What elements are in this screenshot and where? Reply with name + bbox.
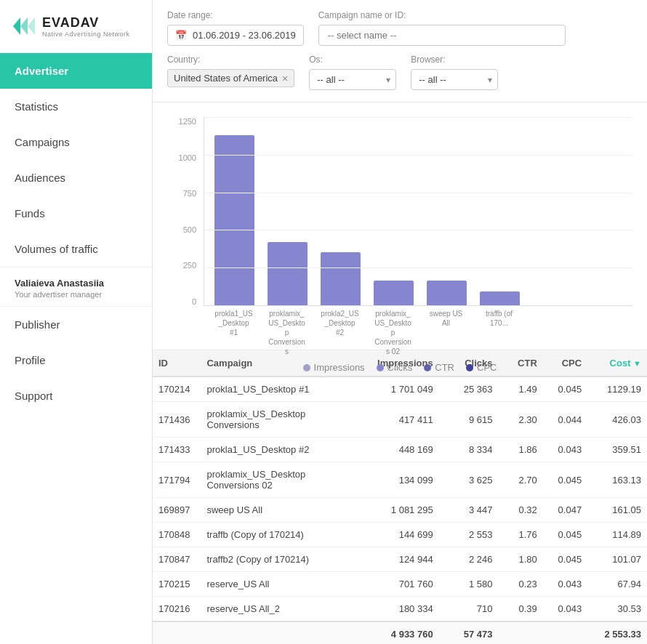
y-label-1250: 1250	[167, 117, 201, 126]
cell-cost-3: 163.13	[587, 462, 647, 498]
cell-clicks-0: 25 363	[439, 377, 499, 402]
table-row: 170216 reserve_US All_2 180 334 710 0.39…	[153, 597, 647, 622]
sidebar-item-advertiser[interactable]: Advertiser	[0, 53, 152, 89]
cell-cpc-6: 0.045	[543, 547, 587, 572]
bar-label-1: proklamix_US_Desktop Conversions	[267, 309, 307, 356]
chart-legend: Impressions Clicks CTR CPC	[167, 356, 632, 376]
table-footer: 4 933 760 57 473 2 553.33	[153, 621, 647, 644]
table-row: 171433 prokla1_US_Desktop #2 448 169 8 3…	[153, 438, 647, 462]
browser-select[interactable]: -- all --	[411, 69, 498, 90]
cell-campaign-2: prokla1_US_Desktop #2	[201, 438, 364, 462]
cell-clicks-5: 2 553	[439, 523, 499, 547]
table-body: 170214 prokla1_US_Desktop #1 1 701 049 2…	[153, 377, 647, 621]
cell-ctr-0: 1.49	[498, 377, 542, 402]
table-row: 170847 traffb2 (Copy of 170214) 124 944 …	[153, 547, 647, 572]
cell-cpc-3: 0.045	[543, 462, 587, 498]
sidebar-item-campaigns[interactable]: Campaigns	[0, 124, 152, 160]
svg-marker-1	[20, 17, 28, 35]
chart-container: 0 250 500 750 1000 1250	[167, 117, 632, 342]
bar-label-5: traffb (of 170...	[479, 309, 519, 356]
data-table: ID Campaign Impressions Clicks CTR CPC C…	[153, 350, 647, 644]
y-label-0: 0	[167, 297, 201, 306]
date-input[interactable]: 📅 01.06.2019 - 23.06.2019	[167, 25, 304, 46]
cell-campaign-5: traffb (Copy of 170214)	[201, 523, 364, 547]
sidebar-item-volumes-of-traffic[interactable]: Volumes of traffic	[0, 231, 152, 267]
cell-impressions-6: 124 944	[364, 547, 438, 572]
cell-cost-2: 359.51	[587, 438, 647, 462]
sidebar-nav: AdvertiserStatisticsCampaignsAudiencesFu…	[0, 53, 152, 267]
cell-impressions-5: 144 699	[364, 523, 438, 547]
y-label-750: 750	[167, 189, 201, 198]
table-row: 169897 sweep US All 1 081 295 3 447 0.32…	[153, 498, 647, 523]
cell-impressions-4: 1 081 295	[364, 498, 438, 523]
campaign-input[interactable]	[318, 25, 566, 46]
sidebar-item-publisher[interactable]: Publisher	[0, 307, 152, 342]
sidebar-item-support[interactable]: Support	[0, 378, 152, 414]
os-group: Os: -- all --	[309, 55, 396, 90]
cell-impressions-2: 448 169	[364, 438, 438, 462]
cell-ctr-7: 0.23	[498, 572, 542, 597]
cell-cpc-5: 0.045	[543, 523, 587, 547]
legend-label-ctr: CTR	[435, 362, 454, 373]
os-select-wrapper: -- all --	[309, 69, 396, 90]
table-row: 170214 prokla1_US_Desktop #1 1 701 049 2…	[153, 377, 647, 402]
os-select[interactable]: -- all --	[309, 69, 396, 90]
sidebar-nav-bottom: PublisherProfileSupport	[0, 307, 152, 414]
grid-line-750	[204, 193, 632, 193]
date-range-group: Date range: 📅 01.06.2019 - 23.06.2019	[167, 10, 304, 46]
bar-label-0: prokla1_US_Desktop #1	[214, 309, 254, 356]
cell-cpc-7: 0.043	[543, 572, 587, 597]
svg-marker-2	[28, 17, 35, 35]
cell-cpc-0: 0.045	[543, 377, 587, 402]
chart-section: 0 250 500 750 1000 1250	[153, 102, 647, 350]
bar-label-3: proklamix_US_Desktop Conversions 02	[373, 309, 413, 356]
cell-campaign-6: traffb2 (Copy of 170214)	[201, 547, 364, 572]
cell-campaign-7: reserve_US All	[201, 572, 364, 597]
cell-cost-8: 30.53	[587, 597, 647, 622]
date-range-label: Date range:	[167, 10, 304, 20]
cell-ctr-6: 1.80	[498, 547, 542, 572]
cell-campaign-1: proklamix_US_Desktop Conversions	[201, 402, 364, 438]
cell-cost-6: 101.07	[587, 547, 647, 572]
logo: EVADAV Native Advertising Network	[0, 0, 152, 53]
cell-id-0: 170214	[153, 377, 201, 402]
y-label-1000: 1000	[167, 153, 201, 162]
footer-cost: 2 553.33	[587, 621, 647, 644]
cell-ctr-5: 1.76	[498, 523, 542, 547]
country-tag: United States of America ×	[167, 69, 294, 87]
legend-ctr: CTR	[424, 362, 454, 373]
sidebar-item-statistics[interactable]: Statistics	[0, 89, 152, 124]
country-tag-text: United States of America	[174, 73, 278, 84]
sidebar-item-profile[interactable]: Profile	[0, 342, 152, 378]
footer-ctr	[498, 621, 542, 644]
country-tag-remove[interactable]: ×	[282, 73, 288, 84]
legend-impressions: Impressions	[303, 362, 365, 373]
legend-dot-clicks	[377, 364, 384, 371]
cell-clicks-6: 2 246	[439, 547, 499, 572]
browser-group: Browser: -- all --	[411, 55, 498, 90]
footer-impressions: 4 933 760	[364, 621, 438, 644]
sidebar: EVADAV Native Advertising Network Advert…	[0, 0, 153, 644]
logo-subtitle: Native Advertising Network	[42, 31, 130, 38]
table-section: ID Campaign Impressions Clicks CTR CPC C…	[153, 350, 647, 644]
cell-id-6: 170847	[153, 547, 201, 572]
date-value: 01.06.2019 - 23.06.2019	[193, 30, 296, 41]
cell-clicks-4: 3 447	[439, 498, 499, 523]
grid-line-250	[204, 267, 632, 268]
sidebar-item-funds[interactable]: Funds	[0, 196, 152, 231]
cell-ctr-2: 1.86	[498, 438, 542, 462]
sidebar-item-audiences[interactable]: Audiences	[0, 160, 152, 196]
filters-bar: Date range: 📅 01.06.2019 - 23.06.2019 Ca…	[153, 0, 647, 102]
table-row: 170848 traffb (Copy of 170214) 144 699 2…	[153, 523, 647, 547]
cell-impressions-0: 1 701 049	[364, 377, 438, 402]
cell-cpc-1: 0.044	[543, 402, 587, 438]
cell-clicks-8: 710	[439, 597, 499, 622]
os-label: Os:	[309, 55, 396, 65]
legend-label-clicks: Clicks	[387, 362, 413, 373]
cell-ctr-8: 0.39	[498, 597, 542, 622]
legend-label-impressions: Impressions	[314, 362, 365, 373]
cell-id-5: 170848	[153, 523, 201, 547]
cell-id-3: 171794	[153, 462, 201, 498]
browser-select-wrapper: -- all --	[411, 69, 498, 90]
table-row: 171436 proklamix_US_Desktop Conversions …	[153, 402, 647, 438]
